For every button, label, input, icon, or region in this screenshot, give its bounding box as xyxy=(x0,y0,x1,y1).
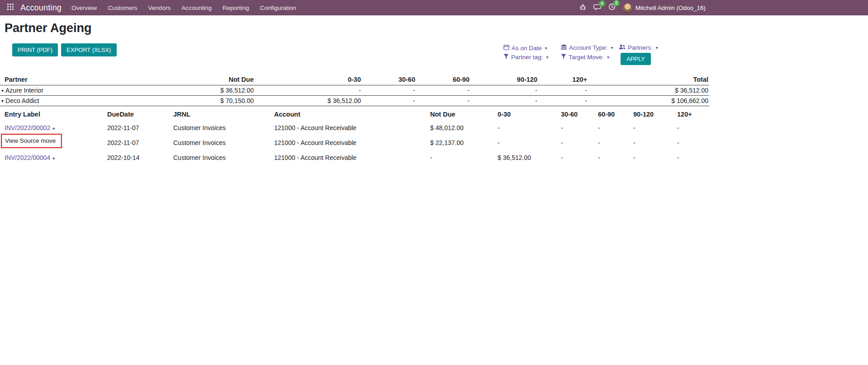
cell-duedate: 2022-10-14 xyxy=(107,150,173,165)
menu-customers[interactable]: Customers xyxy=(102,0,142,15)
calendar-icon xyxy=(503,44,509,51)
partner-name[interactable]: Azure Interior xyxy=(5,87,43,94)
bank-icon xyxy=(561,44,567,51)
col-duedate: DueDate xyxy=(107,108,173,120)
print-pdf-button[interactable]: PRINT (PDF) xyxy=(12,43,58,56)
main-menu: Overview Customers Vendors Accounting Re… xyxy=(66,0,302,15)
cell-30-60: - xyxy=(362,85,416,96)
entry-label-link[interactable]: INV/2022/00002 xyxy=(5,124,50,131)
filter-as-on-date-label: As on Date xyxy=(512,45,542,51)
cell-60-90: - xyxy=(598,150,633,165)
avatar xyxy=(623,3,632,13)
cell-120plus: - xyxy=(677,120,709,135)
user-name: Mitchell Admin (Odoo_16) xyxy=(636,5,706,11)
filter-target-move[interactable]: Target Move: ▾ xyxy=(561,54,609,61)
navbar-right: 4 8 Mitchell Admin (Odoo_16) xyxy=(579,3,706,13)
col-30-60: 30-60 xyxy=(561,108,598,120)
cell-30-60: - xyxy=(561,135,598,150)
user-menu-button[interactable]: Mitchell Admin (Odoo_16) xyxy=(623,3,706,13)
caret-down-icon: ▾ xyxy=(611,45,613,50)
cell-account: 121000 - Account Receivable xyxy=(274,120,430,135)
cell-60-90: - xyxy=(598,120,633,135)
cell-not-due: $ 22,137.00 xyxy=(430,135,498,150)
cell-0-30: $ 36,512.00 xyxy=(498,150,561,165)
entry-row-inv-2022-00004: INV/2022/00004▾ 2022-10-14 Customer Invo… xyxy=(5,150,709,165)
col-120plus: 120+ xyxy=(677,108,709,120)
cell-duedate: 2022-11-07 xyxy=(107,120,173,135)
cell-30-60: - xyxy=(561,120,598,135)
menu-accounting[interactable]: Accounting xyxy=(176,0,217,15)
partner-row-azure-interior[interactable]: ▾Azure Interior $ 36,512.00 - - - - - $ … xyxy=(0,85,709,96)
navbar-inner: Accounting Overview Customers Vendors Ac… xyxy=(0,0,709,15)
cell-0-30: - xyxy=(498,135,561,150)
apps-menu-button[interactable] xyxy=(4,0,17,15)
debug-menu-button[interactable] xyxy=(579,4,586,12)
cell-not-due: $ 48,012.00 xyxy=(430,120,498,135)
col-total: Total xyxy=(588,74,709,85)
col-not-due: Not Due xyxy=(430,108,498,120)
cell-90-120: - xyxy=(470,96,538,106)
entry-row-hidden-by-dropdown: 2022-11-07 Customer Invoices 121000 - Ac… xyxy=(5,135,709,150)
cell-0-30: $ 36,512.00 xyxy=(255,96,362,106)
cell-not-due: $ 70,150.00 xyxy=(190,96,255,106)
menu-overview[interactable]: Overview xyxy=(66,0,102,15)
menu-configuration[interactable]: Configuration xyxy=(254,0,301,15)
col-entry-label: Entry Label xyxy=(5,108,107,120)
entry-label-link[interactable]: INV/2022/00004 xyxy=(5,154,50,161)
cell-30-60: - xyxy=(362,96,416,106)
col-0-30: 0-30 xyxy=(498,108,561,120)
menu-vendors[interactable]: Vendors xyxy=(143,0,176,15)
cell-total: $ 106,662.00 xyxy=(588,96,709,106)
cell-jrnl: Customer Invoices xyxy=(173,150,274,165)
partner-row-deco-addict[interactable]: ▾Deco Addict $ 70,150.00 $ 36,512.00 - -… xyxy=(0,96,709,106)
caret-down-icon: ▾ xyxy=(545,46,547,51)
filter-partner-tag-label: Partner tag: xyxy=(511,54,543,61)
collapse-caret-icon[interactable]: ▾ xyxy=(1,88,4,93)
filter-as-on-date[interactable]: As on Date ▾ xyxy=(503,44,547,51)
cell-jrnl: Customer Invoices xyxy=(173,135,274,150)
cell-90-120: - xyxy=(633,135,677,150)
col-30-60: 30-60 xyxy=(362,74,416,85)
filter-partner-tag[interactable]: Partner tag: ▾ xyxy=(503,54,549,61)
entry-dropdown-caret-icon[interactable]: ▾ xyxy=(52,156,55,161)
col-90-120: 90-120 xyxy=(633,108,677,120)
cell-total: $ 36,512.00 xyxy=(588,85,709,96)
messages-menu-button[interactable]: 4 xyxy=(593,4,601,12)
cell-0-30: - xyxy=(498,120,561,135)
filter-account-type[interactable]: Account Type: ▾ xyxy=(561,44,613,51)
cell-120plus: - xyxy=(677,150,709,165)
cell-30-60: - xyxy=(561,150,598,165)
entry-row-inv-2022-00002: INV/2022/00002▾ 2022-11-07 Customer Invo… xyxy=(5,120,709,135)
users-icon xyxy=(619,44,626,51)
col-0-30: 0-30 xyxy=(255,74,362,85)
funnel-icon xyxy=(561,54,566,61)
funnel-icon xyxy=(503,54,509,61)
detail-table: Entry Label DueDate JRNL Account Not Due… xyxy=(5,108,709,165)
activities-menu-button[interactable]: 8 xyxy=(608,3,616,12)
partner-name[interactable]: Deco Addict xyxy=(5,97,39,104)
activities-badge: 8 xyxy=(613,0,620,6)
cell-not-due: $ 36,512.00 xyxy=(190,85,255,96)
cell-account: 121000 - Account Receivable xyxy=(274,150,430,165)
cell-90-120: - xyxy=(633,150,677,165)
menu-reporting[interactable]: Reporting xyxy=(217,0,255,15)
caret-down-icon: ▾ xyxy=(656,45,658,50)
cell-duedate: 2022-11-07 xyxy=(107,135,173,150)
cell-120plus: - xyxy=(538,96,588,106)
collapse-caret-icon[interactable]: ▾ xyxy=(1,98,4,103)
filter-partners[interactable]: Partners: ▾ xyxy=(619,44,658,51)
cell-jrnl: Customer Invoices xyxy=(173,120,274,135)
apps-grid-icon xyxy=(7,4,14,12)
filter-partners-label: Partners: xyxy=(628,44,653,51)
apply-button[interactable]: APPLY xyxy=(621,53,651,65)
cell-90-120: - xyxy=(470,85,538,96)
export-xlsx-button[interactable]: EXPORT (XLSX) xyxy=(61,43,117,56)
top-navbar: Accounting Overview Customers Vendors Ac… xyxy=(0,0,868,15)
summary-header-row: Partner Not Due 0-30 30-60 60-90 90-120 … xyxy=(0,74,709,85)
page-content: Partner Ageing PRINT (PDF) EXPORT (XLSX)… xyxy=(0,15,709,365)
view-source-move-menu-item[interactable]: View Source move xyxy=(2,135,61,147)
entry-dropdown-caret-icon[interactable]: ▾ xyxy=(52,126,55,131)
summary-table: Partner Not Due 0-30 30-60 60-90 90-120 … xyxy=(0,74,709,106)
navbar-left: Accounting Overview Customers Vendors Ac… xyxy=(4,0,302,15)
app-name[interactable]: Accounting xyxy=(20,3,62,13)
